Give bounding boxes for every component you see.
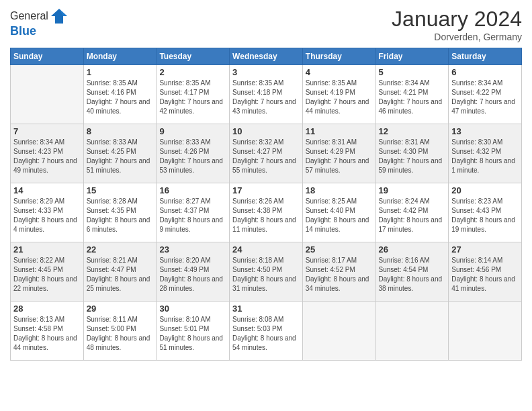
day-number: 30 (159, 304, 226, 314)
calendar-cell (11, 65, 84, 124)
week-row-4: 21Sunrise: 8:22 AMSunset: 4:45 PMDayligh… (11, 242, 522, 302)
calendar-cell: 5Sunrise: 8:34 AMSunset: 4:21 PMDaylight… (375, 65, 449, 124)
day-number: 21 (13, 244, 81, 255)
day-number: 6 (451, 67, 519, 77)
day-info: Sunrise: 8:35 AMSunset: 4:17 PMDaylight:… (159, 79, 226, 116)
day-info: Sunrise: 8:35 AMSunset: 4:16 PMDaylight:… (87, 79, 154, 116)
calendar-cell: 17Sunrise: 8:26 AMSunset: 4:38 PMDayligh… (230, 183, 303, 242)
day-info: Sunrise: 8:14 AMSunset: 4:56 PMDaylight:… (451, 256, 519, 293)
day-number: 14 (13, 185, 81, 195)
week-row-5: 28Sunrise: 8:13 AMSunset: 4:58 PMDayligh… (11, 302, 522, 361)
day-info: Sunrise: 8:29 AMSunset: 4:33 PMDaylight:… (13, 197, 81, 234)
logo-general-text: General (10, 10, 48, 22)
day-info: Sunrise: 8:20 AMSunset: 4:49 PMDaylight:… (159, 256, 226, 293)
day-info: Sunrise: 8:13 AMSunset: 4:58 PMDaylight:… (13, 315, 81, 353)
calendar-cell: 22Sunrise: 8:21 AMSunset: 4:47 PMDayligh… (83, 242, 157, 302)
calendar-cell: 28Sunrise: 8:13 AMSunset: 4:58 PMDayligh… (11, 302, 84, 361)
calendar-cell: 30Sunrise: 8:10 AMSunset: 5:01 PMDayligh… (157, 302, 230, 361)
day-number: 11 (306, 126, 373, 136)
weekday-header-tuesday: Tuesday (157, 48, 230, 65)
day-info: Sunrise: 8:33 AMSunset: 4:26 PMDaylight:… (159, 138, 226, 175)
day-number: 17 (232, 185, 300, 195)
weekday-header-sunday: Sunday (11, 48, 84, 65)
day-number: 13 (451, 126, 519, 136)
calendar-page: General Blue January 2024 Dorverden, Ger… (0, 0, 532, 411)
day-info: Sunrise: 8:26 AMSunset: 4:38 PMDaylight:… (232, 197, 300, 234)
day-number: 26 (379, 244, 446, 255)
day-number: 2 (159, 67, 226, 77)
day-number: 3 (232, 67, 300, 77)
calendar-cell: 19Sunrise: 8:24 AMSunset: 4:42 PMDayligh… (375, 183, 449, 242)
day-info: Sunrise: 8:35 AMSunset: 4:18 PMDaylight:… (232, 79, 300, 116)
day-info: Sunrise: 8:18 AMSunset: 4:50 PMDaylight:… (232, 256, 300, 293)
week-row-2: 7Sunrise: 8:34 AMSunset: 4:23 PMDaylight… (11, 124, 522, 183)
calendar-cell: 4Sunrise: 8:35 AMSunset: 4:19 PMDaylight… (302, 65, 375, 124)
calendar-cell: 3Sunrise: 8:35 AMSunset: 4:18 PMDaylight… (230, 65, 303, 124)
calendar-cell: 6Sunrise: 8:34 AMSunset: 4:22 PMDaylight… (449, 65, 522, 124)
day-number: 27 (451, 244, 519, 255)
calendar-cell: 8Sunrise: 8:33 AMSunset: 4:25 PMDaylight… (83, 124, 157, 183)
day-number: 5 (379, 67, 446, 77)
location: Dorverden, Germany (392, 32, 522, 42)
day-info: Sunrise: 8:34 AMSunset: 4:23 PMDaylight:… (13, 138, 81, 175)
calendar-cell (302, 302, 375, 361)
day-number: 16 (159, 185, 226, 195)
calendar-cell: 25Sunrise: 8:17 AMSunset: 4:52 PMDayligh… (302, 242, 375, 302)
day-info: Sunrise: 8:24 AMSunset: 4:42 PMDaylight:… (379, 197, 446, 234)
calendar-cell: 24Sunrise: 8:18 AMSunset: 4:50 PMDayligh… (230, 242, 303, 302)
day-info: Sunrise: 8:17 AMSunset: 4:52 PMDaylight:… (306, 256, 373, 293)
calendar-cell: 20Sunrise: 8:23 AMSunset: 4:43 PMDayligh… (449, 183, 522, 242)
calendar-cell: 11Sunrise: 8:31 AMSunset: 4:29 PMDayligh… (302, 124, 375, 183)
day-number: 31 (232, 304, 300, 314)
day-info: Sunrise: 8:27 AMSunset: 4:37 PMDaylight:… (159, 197, 226, 234)
calendar-cell: 10Sunrise: 8:32 AMSunset: 4:27 PMDayligh… (230, 124, 303, 183)
day-number: 19 (379, 185, 446, 195)
day-info: Sunrise: 8:10 AMSunset: 5:01 PMDaylight:… (159, 315, 226, 353)
calendar-cell: 18Sunrise: 8:25 AMSunset: 4:40 PMDayligh… (302, 183, 375, 242)
day-info: Sunrise: 8:25 AMSunset: 4:40 PMDaylight:… (306, 197, 373, 234)
day-number: 8 (87, 126, 154, 136)
day-info: Sunrise: 8:35 AMSunset: 4:19 PMDaylight:… (306, 79, 373, 116)
day-number: 22 (87, 244, 154, 255)
day-info: Sunrise: 8:22 AMSunset: 4:45 PMDaylight:… (13, 256, 81, 293)
weekday-header-monday: Monday (83, 48, 157, 65)
day-info: Sunrise: 8:34 AMSunset: 4:22 PMDaylight:… (451, 79, 519, 116)
calendar-table: SundayMondayTuesdayWednesdayThursdayFrid… (10, 48, 522, 361)
day-info: Sunrise: 8:33 AMSunset: 4:25 PMDaylight:… (87, 138, 154, 175)
calendar-cell: 12Sunrise: 8:31 AMSunset: 4:30 PMDayligh… (375, 124, 449, 183)
calendar-cell: 7Sunrise: 8:34 AMSunset: 4:23 PMDaylight… (11, 124, 84, 183)
day-number: 1 (87, 67, 154, 77)
calendar-cell: 14Sunrise: 8:29 AMSunset: 4:33 PMDayligh… (11, 183, 84, 242)
day-info: Sunrise: 8:34 AMSunset: 4:21 PMDaylight:… (379, 79, 446, 116)
day-info: Sunrise: 8:30 AMSunset: 4:32 PMDaylight:… (451, 138, 519, 175)
day-info: Sunrise: 8:32 AMSunset: 4:27 PMDaylight:… (232, 138, 300, 175)
day-number: 18 (306, 185, 373, 195)
day-number: 10 (232, 126, 300, 136)
day-number: 15 (87, 185, 154, 195)
day-info: Sunrise: 8:31 AMSunset: 4:30 PMDaylight:… (379, 138, 446, 175)
weekday-header-thursday: Thursday (302, 48, 375, 65)
logo: General Blue (10, 7, 69, 38)
calendar-cell: 23Sunrise: 8:20 AMSunset: 4:49 PMDayligh… (157, 242, 230, 302)
calendar-cell: 16Sunrise: 8:27 AMSunset: 4:37 PMDayligh… (157, 183, 230, 242)
calendar-cell: 13Sunrise: 8:30 AMSunset: 4:32 PMDayligh… (449, 124, 522, 183)
day-info: Sunrise: 8:28 AMSunset: 4:35 PMDaylight:… (87, 197, 154, 234)
logo-icon (50, 7, 69, 26)
day-number: 23 (159, 244, 226, 255)
calendar-cell: 27Sunrise: 8:14 AMSunset: 4:56 PMDayligh… (449, 242, 522, 302)
day-number: 20 (451, 185, 519, 195)
day-info: Sunrise: 8:23 AMSunset: 4:43 PMDaylight:… (451, 197, 519, 234)
day-number: 4 (306, 67, 373, 77)
calendar-cell: 9Sunrise: 8:33 AMSunset: 4:26 PMDaylight… (157, 124, 230, 183)
calendar-cell: 29Sunrise: 8:11 AMSunset: 5:00 PMDayligh… (83, 302, 157, 361)
day-number: 12 (379, 126, 446, 136)
day-number: 29 (87, 304, 154, 314)
calendar-cell: 26Sunrise: 8:16 AMSunset: 4:54 PMDayligh… (375, 242, 449, 302)
day-number: 24 (232, 244, 300, 255)
week-row-3: 14Sunrise: 8:29 AMSunset: 4:33 PMDayligh… (11, 183, 522, 242)
title-area: January 2024 Dorverden, Germany (392, 7, 522, 42)
weekday-header-wednesday: Wednesday (230, 48, 303, 65)
month-title: January 2024 (392, 7, 522, 32)
day-info: Sunrise: 8:31 AMSunset: 4:29 PMDaylight:… (306, 138, 373, 175)
calendar-cell: 15Sunrise: 8:28 AMSunset: 4:35 PMDayligh… (83, 183, 157, 242)
